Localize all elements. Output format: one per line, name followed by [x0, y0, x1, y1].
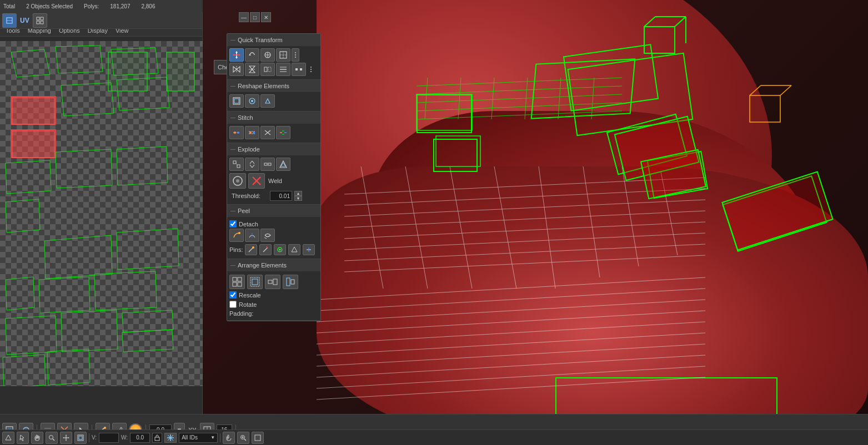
reshape-tool2[interactable]	[245, 94, 259, 108]
uv-mode-icon[interactable]	[2, 13, 17, 28]
threshold-label: Threshold:	[232, 193, 268, 199]
hand-nav-btn[interactable]	[223, 432, 235, 444]
peel-tool1[interactable]	[229, 229, 244, 242]
threshold-input[interactable]	[270, 191, 292, 201]
pins-label: Pins:	[229, 246, 243, 253]
rescale-checkbox[interactable]	[229, 291, 237, 299]
arrange-tool4[interactable]	[283, 275, 298, 289]
all-ids-dropdown[interactable]: All IDs ▼	[179, 433, 218, 443]
pins-tool2[interactable]	[259, 244, 272, 255]
arrange-tool3[interactable]	[265, 275, 280, 289]
zoom-btn[interactable]	[46, 432, 58, 444]
move-tool-btn[interactable]	[229, 48, 244, 62]
threshold-down-btn[interactable]: ▼	[294, 196, 302, 201]
squarify-tool-btn[interactable]	[276, 48, 290, 62]
explode-tool4[interactable]	[276, 158, 290, 171]
threshold-up-btn[interactable]: ▲	[294, 191, 302, 196]
select-mode-btn[interactable]	[17, 432, 29, 444]
pins-tool5[interactable]	[303, 244, 315, 255]
grid-icon[interactable]	[33, 13, 47, 28]
v-input[interactable]	[99, 433, 119, 443]
pins-tool1[interactable]	[245, 244, 257, 255]
minimize-button[interactable]: —	[239, 12, 249, 22]
isolate-btn[interactable]	[74, 432, 87, 444]
rotate-label[interactable]: Rotate	[239, 301, 257, 308]
stitch-row	[229, 126, 318, 139]
pins-tool4[interactable]	[288, 244, 300, 255]
arrange-tool1[interactable]	[229, 275, 245, 289]
align-btn[interactable]	[276, 63, 290, 76]
svg-line-116	[252, 165, 254, 168]
rotate-checkbox[interactable]	[229, 301, 237, 308]
rotate-row: Rotate	[229, 300, 318, 309]
weld-x-btn[interactable]	[248, 173, 265, 189]
peel-row	[229, 229, 318, 242]
w-input[interactable]: 0.0	[130, 433, 150, 443]
peel-tool2[interactable]	[245, 229, 259, 242]
uv-editor-panel: Total 2 Objects Selected Polys: 181,207 …	[0, 0, 203, 445]
polys-value: 181,207	[110, 3, 130, 9]
svg-marker-162	[6, 435, 11, 440]
pins-tool3[interactable]	[274, 244, 286, 255]
lock-icon-2[interactable]	[152, 433, 162, 443]
explode-section: — Explode	[227, 143, 320, 205]
distribute-btn[interactable]	[292, 63, 306, 76]
rescale-row: Rescale	[229, 290, 318, 300]
more-tools-btn[interactable]	[292, 48, 299, 62]
detach-label[interactable]: Detach	[239, 221, 258, 227]
snowflake-btn[interactable]	[164, 433, 177, 443]
peel-section: — Peel Detach	[227, 205, 320, 259]
explode-tool3[interactable]	[260, 158, 275, 171]
zoom-nav-btn[interactable]	[237, 432, 249, 444]
stitch-tool4[interactable]	[276, 126, 290, 139]
explode-header[interactable]: — Explode	[227, 143, 320, 155]
more-tools-right[interactable]	[307, 67, 315, 72]
top-info-bar: Total 2 Objects Selected Polys: 181,207 …	[0, 0, 203, 12]
stitch-header[interactable]: — Stitch	[227, 112, 320, 124]
svg-rect-144	[273, 279, 277, 285]
svg-rect-177	[79, 436, 82, 439]
maximize-button[interactable]: □	[250, 12, 260, 22]
close-button[interactable]: ✕	[261, 12, 271, 22]
stitch-tool1[interactable]	[229, 126, 244, 139]
svg-rect-139	[233, 282, 237, 286]
polys-value2: 2,806	[141, 3, 155, 9]
reshape-tool3[interactable]	[260, 94, 275, 108]
peel-tool3[interactable]	[260, 229, 275, 242]
svg-point-129	[252, 246, 254, 249]
rotate-tool-btn[interactable]	[245, 48, 259, 62]
svg-point-100	[234, 132, 236, 134]
reshape-tool1[interactable]	[229, 94, 244, 108]
explode-tool1[interactable]	[229, 158, 244, 171]
hand-btn[interactable]	[31, 432, 43, 444]
layer-btn[interactable]	[252, 432, 264, 444]
pan-btn[interactable]	[60, 432, 72, 444]
stitch-tool2[interactable]	[245, 126, 259, 139]
status-btn-1[interactable]	[2, 432, 14, 444]
detach-checkbox[interactable]	[229, 220, 237, 227]
svg-point-104	[249, 132, 252, 134]
flip-h-btn[interactable]	[229, 63, 244, 76]
svg-marker-72	[233, 54, 234, 56]
svg-rect-145	[287, 278, 290, 286]
quick-transform-header[interactable]: — Quick Transform	[227, 34, 320, 46]
quick-transform-row2	[229, 63, 318, 76]
reshape-header[interactable]: — Reshape Elements	[227, 80, 320, 92]
arrange-tool2[interactable]	[247, 275, 263, 289]
svg-marker-163	[20, 435, 24, 441]
scale-tool-btn[interactable]	[260, 48, 275, 62]
explode-arrow: —	[230, 146, 235, 152]
svg-marker-175	[68, 437, 69, 438]
window-controls[interactable]: — □ ✕	[239, 12, 271, 22]
separator-s2	[220, 433, 220, 442]
weld-circle-btn[interactable]	[229, 173, 246, 189]
peel-header[interactable]: — Peel	[227, 205, 320, 217]
rescale-label[interactable]: Rescale	[239, 292, 261, 299]
flip-v-btn[interactable]	[245, 63, 259, 76]
svg-rect-141	[250, 277, 259, 286]
stitch-tool3[interactable]	[260, 126, 275, 139]
explode-tool2[interactable]	[245, 158, 259, 171]
all-ids-label: All IDs	[182, 434, 198, 441]
arrange-header[interactable]: — Arrange Elements	[227, 259, 320, 271]
mirror-btn[interactable]	[260, 63, 275, 76]
